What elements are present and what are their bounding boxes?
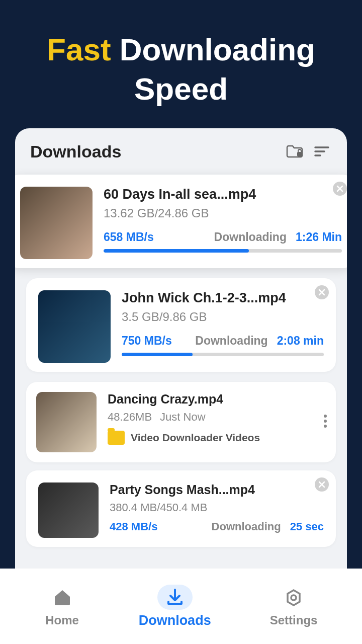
progress-track	[122, 353, 324, 356]
download-speed: 658 MB/s	[104, 230, 154, 244]
thumbnail	[36, 392, 97, 452]
file-size: 380.4 MB/450.4 MB	[110, 501, 324, 514]
download-speed: 428 MB/s	[110, 520, 157, 533]
svg-rect-0	[297, 152, 302, 156]
nav-downloads[interactable]: Downloads	[139, 585, 211, 628]
progress-track	[104, 249, 342, 253]
file-size: 3.5 GB/9.86 GB	[122, 310, 324, 324]
folder-icon	[108, 431, 125, 445]
nav-label: Settings	[270, 613, 318, 627]
downloads-title: Downloads	[30, 142, 278, 162]
file-title: Dancing Crazy.mp4	[108, 392, 326, 407]
download-eta: 25 sec	[290, 520, 324, 533]
home-icon	[45, 585, 80, 610]
download-eta: 1:26 Min	[296, 230, 342, 244]
svg-point-10	[324, 425, 327, 428]
close-icon[interactable]	[315, 477, 329, 492]
download-status: Downloading	[195, 334, 267, 348]
download-card[interactable]: John Wick Ch.1-2-3...mp4 3.5 GB/9.86 GB …	[26, 278, 336, 372]
thumbnail	[20, 187, 93, 259]
downloads-header: Downloads	[15, 132, 347, 169]
file-title: Party Songs Mash...mp4	[110, 482, 324, 497]
download-speed: 750 MB/s	[122, 334, 172, 348]
nav-settings[interactable]: Settings	[270, 585, 318, 627]
svg-marker-14	[288, 590, 300, 605]
bottom-nav: Home Downloads Settings	[0, 569, 362, 644]
file-title: John Wick Ch.1-2-3...mp4	[122, 290, 324, 306]
close-icon[interactable]	[333, 182, 347, 196]
sort-icon[interactable]	[312, 141, 332, 162]
svg-point-9	[324, 420, 327, 423]
download-status: Downloading	[214, 230, 287, 244]
file-title: 60 Days In-all sea...mp4	[104, 187, 342, 202]
completed-time: Just Now	[160, 411, 205, 424]
folder-row[interactable]: Video Downloader Videos	[108, 431, 326, 445]
progress-bar	[122, 353, 193, 356]
progress-bar	[104, 249, 249, 253]
download-icon	[157, 585, 193, 610]
download-card[interactable]: 60 Days In-all sea...mp4 13.62 GB/24.86 …	[15, 175, 347, 268]
completed-card[interactable]: Dancing Crazy.mp4 48.26MB Just Now Video…	[26, 382, 336, 462]
folder-name: Video Downloader Videos	[131, 432, 260, 444]
svg-point-15	[291, 595, 296, 600]
download-status: Downloading	[212, 520, 281, 533]
download-eta: 2:08 min	[277, 334, 324, 348]
svg-point-8	[324, 415, 327, 418]
nav-label: Downloads	[139, 613, 211, 628]
hero-rest: Downloading Speed	[120, 32, 315, 106]
private-folder-icon[interactable]	[285, 141, 305, 162]
settings-icon	[276, 585, 311, 610]
downloads-panel: Downloads 60 Days In-all sea...mp4 13.62…	[15, 128, 347, 581]
nav-home[interactable]: Home	[45, 585, 80, 627]
thumbnail	[38, 482, 99, 538]
nav-label: Home	[45, 613, 79, 627]
close-icon[interactable]	[315, 285, 329, 299]
hero-title: Fast Downloading Speed	[0, 0, 362, 128]
file-size: 13.62 GB/24.86 GB	[104, 206, 342, 220]
thumbnail	[38, 290, 111, 363]
more-icon[interactable]	[324, 415, 327, 430]
completed-size: 48.26MB	[108, 411, 152, 424]
hero-accent: Fast	[47, 32, 111, 67]
download-card[interactable]: Party Songs Mash...mp4 380.4 MB/450.4 MB…	[26, 470, 336, 547]
